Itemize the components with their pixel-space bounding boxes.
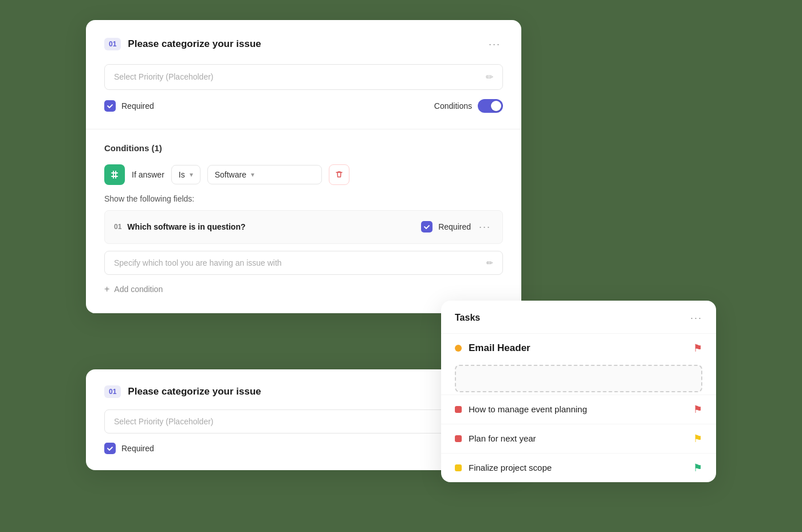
edit-icon-sub: ✏ (486, 258, 493, 267)
delete-condition-button[interactable] (329, 164, 349, 185)
required-label-2: Required (121, 444, 154, 453)
required-checkbox-sub[interactable] (421, 221, 433, 232)
conditions-group: Conditions (434, 99, 503, 113)
task-item-text-1: How to manage event planning (469, 404, 587, 414)
task-item-text-3: Finalize project scope (469, 463, 552, 472)
dot-red-icon-1 (455, 406, 462, 413)
question-section-1: 01 Please categorize your issue ··· Sele… (86, 20, 521, 129)
sub-placeholder-text: Specify which tool you are having an iss… (114, 258, 282, 267)
tasks-title: Tasks (455, 313, 480, 323)
plus-icon: + (104, 284, 109, 294)
flag-icon-1: ⚑ (693, 403, 702, 416)
section-header-1: 01 Please categorize your issue ··· (104, 36, 503, 53)
flag-icon-3: ⚑ (693, 462, 702, 474)
is-select[interactable]: Is ▾ (171, 165, 200, 184)
conditions-label: Conditions (434, 101, 472, 111)
show-fields-label: Show the following fields: (104, 194, 503, 203)
tasks-more-button[interactable]: ··· (690, 312, 702, 324)
sub-field-row-1: 01 Which software is in question? Requir… (104, 210, 503, 244)
sub-field-title: Which software is in question? (127, 222, 245, 231)
conditions-toggle[interactable] (478, 99, 503, 113)
condition-row-1: If answer Is ▾ Software ▾ (104, 164, 503, 185)
add-condition-label: Add condition (114, 285, 163, 294)
software-select[interactable]: Software ▾ (207, 165, 322, 184)
tasks-card: Tasks ··· Email Header ⚑ How to manage e… (441, 301, 716, 482)
task-item-row-1[interactable]: How to manage event planning ⚑ (441, 395, 716, 424)
required-group-1: Required (104, 100, 154, 112)
task-item-row-2[interactable]: Plan for next year ⚑ (441, 424, 716, 453)
sub-field-right: Required ··· (421, 219, 493, 235)
task-item-left-2: Plan for next year (455, 434, 536, 443)
task-item-text-2: Plan for next year (469, 434, 536, 443)
question-title-1: Please categorize your issue (128, 38, 261, 50)
email-header-title: Email Header (469, 342, 530, 354)
step-badge-1: 01 (104, 38, 121, 50)
step-badge-2: 01 (104, 385, 121, 398)
title-group: 01 Please categorize your issue (104, 38, 261, 50)
if-answer-label: If answer (132, 170, 164, 179)
software-select-value: Software (215, 170, 246, 179)
add-condition-button[interactable]: + Add condition (104, 279, 163, 299)
task-item-left-1: How to manage event planning (455, 404, 587, 414)
question-title-2: Please categorize your issue (128, 386, 261, 397)
dot-orange-icon (455, 345, 462, 352)
dot-red-icon-2 (455, 435, 462, 442)
email-header-left: Email Header (455, 342, 530, 354)
priority-placeholder-text-2: Select Priority (Placeholder) (114, 417, 214, 426)
form-card-1: 01 Please categorize your issue ··· Sele… (86, 20, 521, 313)
task-item-row-3[interactable]: Finalize project scope ⚑ (441, 453, 716, 482)
task-item-left-3: Finalize project scope (455, 463, 552, 472)
dot-yellow-icon-3 (455, 464, 462, 471)
field-options-1: Required Conditions (104, 99, 503, 113)
edit-icon-1: ✏ (486, 72, 493, 82)
email-header-row: Email Header ⚑ (441, 333, 716, 362)
condition-icon (104, 164, 125, 185)
priority-placeholder-text: Select Priority (Placeholder) (114, 72, 214, 81)
is-select-value: Is (179, 170, 185, 179)
more-options-button-1[interactable]: ··· (486, 36, 503, 53)
chevron-down-icon-1: ▾ (190, 171, 193, 179)
conditions-title: Conditions (1) (104, 143, 503, 153)
sub-step-badge: 01 (114, 223, 121, 231)
required-checkbox-1[interactable] (104, 100, 116, 112)
required-checkbox-2[interactable] (104, 443, 116, 454)
title-group-2: 01 Please categorize your issue (104, 385, 261, 398)
sub-field-left: 01 Which software is in question? (114, 222, 245, 231)
flag-icon-2: ⚑ (693, 432, 702, 445)
required-label-1: Required (121, 101, 154, 111)
conditions-section: Conditions (1) If answer Is ▾ Software ▾ (86, 129, 521, 313)
chevron-down-icon-2: ▾ (251, 171, 254, 179)
required-label-sub: Required (438, 222, 471, 231)
sub-placeholder-input[interactable]: Specify which tool you are having an iss… (104, 251, 503, 275)
flag-red-icon-header: ⚑ (693, 342, 702, 354)
priority-input[interactable]: Select Priority (Placeholder) ✏ (104, 64, 503, 90)
more-options-button-sub[interactable]: ··· (477, 219, 493, 235)
drag-placeholder (455, 365, 702, 392)
tasks-header: Tasks ··· (441, 301, 716, 333)
